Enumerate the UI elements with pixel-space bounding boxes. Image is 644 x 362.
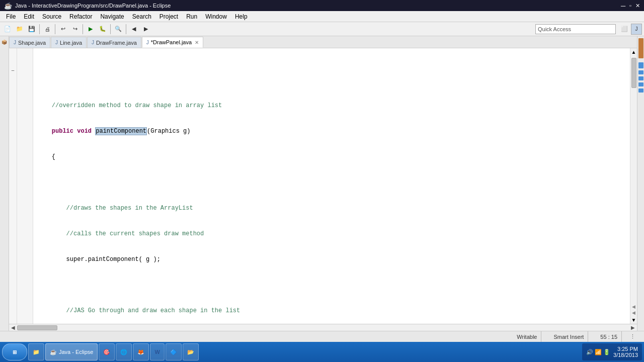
taskbar-explorer[interactable]: 📁 xyxy=(28,343,44,360)
scroll-right-arrow[interactable]: ▶ xyxy=(629,325,637,330)
tray-icons: 🔊 📶 🔋 xyxy=(586,349,610,355)
redo-button[interactable]: ↪ xyxy=(69,24,80,35)
window-title: Java - InteractiveDrawingProgram/src/Dra… xyxy=(15,3,171,9)
app3-icon: 🔷 xyxy=(170,349,177,355)
tab-drawpanel[interactable]: J *DrawPanel.java ✕ xyxy=(142,37,203,48)
writable-status: Writable xyxy=(513,331,541,342)
left-gutter: 📦 xyxy=(0,36,9,331)
code-line: super.paintComponent( g ); xyxy=(37,255,626,264)
right-panel-marker3 xyxy=(638,70,643,74)
word-icon: W xyxy=(154,349,159,355)
quick-access-label: Quick Access xyxy=(538,26,571,32)
line-num xyxy=(17,196,33,204)
taskbar-eclipse[interactable]: ☕ Java - Eclipse xyxy=(45,343,98,360)
debug-button[interactable]: 🐛 xyxy=(97,24,108,35)
back-button[interactable]: ◀ xyxy=(128,24,139,35)
code-editor: – xyxy=(9,48,637,324)
scroll-thumb[interactable] xyxy=(631,58,636,88)
sep5 xyxy=(126,24,126,34)
right-panel xyxy=(637,36,644,331)
position-status: 55 : 15 xyxy=(596,331,622,342)
tab-line-label: Line.java xyxy=(60,40,82,46)
tab-shape[interactable]: J Shape.java xyxy=(9,37,50,48)
time-display: 3:25 PM xyxy=(617,346,638,352)
right-panel-marker4 xyxy=(638,76,643,80)
code-content[interactable]: //overridden method to draw shape in arr… xyxy=(33,48,630,324)
forward-button[interactable]: ▶ xyxy=(140,24,151,35)
start-button[interactable]: ⊞ xyxy=(2,343,27,360)
bookmark-icon[interactable]: ◀ xyxy=(632,304,635,309)
line-num xyxy=(17,84,33,93)
save-button[interactable]: 💾 xyxy=(26,24,37,35)
main-layout: 📦 J Shape.java J Line.java J DrawFrame.j… xyxy=(0,36,644,331)
line-num xyxy=(17,221,33,230)
undo-button[interactable]: ↩ xyxy=(57,24,68,35)
menu-bar: File Edit Source Refactor Navigate Searc… xyxy=(0,11,644,22)
open-button[interactable]: 📁 xyxy=(14,24,25,35)
menu-refactor[interactable]: Refactor xyxy=(65,12,96,21)
maximize-button[interactable]: ▫ xyxy=(629,3,631,9)
sep4 xyxy=(110,24,111,34)
menu-edit[interactable]: Edit xyxy=(20,12,38,21)
quick-access-input[interactable]: Quick Access xyxy=(535,24,616,34)
eclipse-label: Java - Eclipse xyxy=(59,349,93,355)
taskbar-ie[interactable]: 🌐 xyxy=(116,343,132,360)
date-display: 3/18/2013 xyxy=(613,352,638,358)
run-button[interactable]: ▶ xyxy=(85,24,96,35)
code-line xyxy=(37,281,626,290)
taskbar-files[interactable]: 📂 xyxy=(183,343,199,360)
new-button[interactable]: 📄 xyxy=(2,24,13,35)
print-button[interactable]: 🖨 xyxy=(42,24,53,35)
perspectives-button[interactable]: ⬜ xyxy=(619,24,630,35)
writable-label: Writable xyxy=(517,334,537,340)
app2-icon: 🎯 xyxy=(103,349,110,355)
menu-file[interactable]: File xyxy=(2,12,20,21)
line-num xyxy=(17,238,33,247)
code-line: //calls the current shapes draw method xyxy=(37,230,626,238)
taskbar-app2[interactable]: 🎯 xyxy=(99,343,115,360)
line-num xyxy=(17,230,33,238)
package-explorer-icon[interactable]: 📦 xyxy=(2,39,7,45)
right-panel-marker5 xyxy=(638,82,643,86)
line-num xyxy=(17,93,33,102)
vertical-scrollbar[interactable]: ▲ ◀ ◀ ▼ xyxy=(630,48,637,324)
code-line xyxy=(37,76,626,84)
tab-line[interactable]: J Line.java xyxy=(51,37,87,48)
scroll-left-arrow[interactable]: ◀ xyxy=(9,325,17,330)
code-line: //draws the shapes in the ArrayList xyxy=(37,204,626,213)
horizontal-scrollbar[interactable]: ◀ ▶ xyxy=(9,324,637,331)
minimize-button[interactable]: ─ xyxy=(621,2,625,10)
scroll-up-arrow[interactable]: ▲ xyxy=(630,48,637,56)
bookmark-icon2[interactable]: ◀ xyxy=(632,310,635,315)
menu-search[interactable]: Search xyxy=(128,12,155,21)
code-line: { xyxy=(37,153,626,161)
toolbar: 📄 📁 💾 🖨 ↩ ↪ ▶ 🐛 🔍 ◀ ▶ Quick Access ⬜ J xyxy=(0,22,644,36)
line-num xyxy=(17,161,33,170)
scroll-down-arrow[interactable]: ▼ xyxy=(630,316,637,324)
files-icon: 📂 xyxy=(187,349,194,355)
menu-window[interactable]: Window xyxy=(201,12,231,21)
tabs-bar: J Shape.java J Line.java J DrawFrame.jav… xyxy=(9,36,637,48)
title-bar: ☕ Java - InteractiveDrawingProgram/src/D… xyxy=(0,0,644,11)
menu-run[interactable]: Run xyxy=(182,12,201,21)
hscroll-thumb[interactable] xyxy=(17,325,57,330)
taskbar-word[interactable]: W xyxy=(150,343,164,360)
menu-project[interactable]: Project xyxy=(155,12,182,21)
fold-indicator[interactable]: – xyxy=(12,67,15,76)
search-button[interactable]: 🔍 xyxy=(113,24,124,35)
browser2-icon: 🦊 xyxy=(137,349,144,355)
taskbar-browser2[interactable]: 🦊 xyxy=(133,343,149,360)
tab-drawframe[interactable]: J DrawFrame.java xyxy=(87,37,141,48)
status-options-button[interactable]: ⋮ xyxy=(630,333,640,340)
line-num xyxy=(17,153,33,161)
line-num xyxy=(17,178,33,187)
menu-navigate[interactable]: Navigate xyxy=(96,12,128,21)
close-button[interactable]: ✕ xyxy=(635,3,640,9)
java-perspective[interactable]: J xyxy=(631,24,642,35)
menu-help[interactable]: Help xyxy=(231,12,252,21)
tab-close-button[interactable]: ✕ xyxy=(195,40,199,45)
line-num xyxy=(17,59,33,67)
taskbar-app3[interactable]: 🔷 xyxy=(166,343,182,360)
sep2 xyxy=(55,24,55,34)
menu-source[interactable]: Source xyxy=(38,12,65,21)
